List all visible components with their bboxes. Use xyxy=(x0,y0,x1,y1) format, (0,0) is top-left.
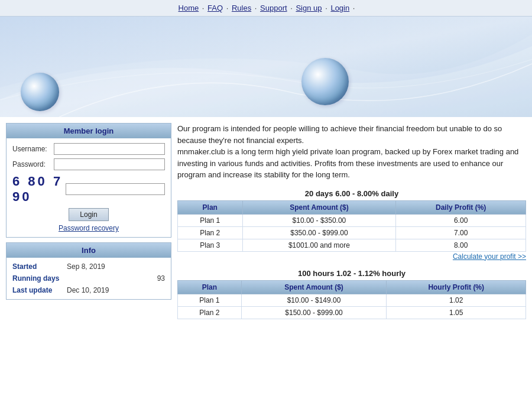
intro-paragraph-2: mnmaker.club is a long term high yield p… xyxy=(177,146,526,181)
top-navigation: Home · FAQ · Rules · Support · Sign up ·… xyxy=(0,0,532,17)
table-row: Plan 3 $1001.00 and more 8.00 xyxy=(178,239,526,251)
password-label: Password: xyxy=(12,160,54,168)
login-button-row: Login xyxy=(12,208,165,221)
calc-link-row: Calculate your profit >> xyxy=(177,252,526,261)
plan1-section: 20 days 6.00 - 8.00% daily Plan Spent Am… xyxy=(177,189,526,261)
nav-faq[interactable]: FAQ xyxy=(207,4,223,12)
plan1-table: Plan Spent Amount ($) Daily Profit (%) P… xyxy=(177,200,526,252)
nav-support[interactable]: Support xyxy=(260,4,287,12)
plan1-col3-header: Daily Profit (%) xyxy=(396,200,526,214)
left-panel: Member login Username: Password: 6 80 7 … xyxy=(6,123,171,300)
calc-profit-link[interactable]: Calculate your profit >> xyxy=(453,252,526,261)
plan-name: Plan 2 xyxy=(178,226,243,239)
running-value: 93 xyxy=(67,273,165,284)
username-row: Username: xyxy=(12,143,165,155)
login-form: Username: Password: 6 80 7 90 Login Pass… xyxy=(7,138,171,237)
captcha-row: 6 80 7 90 xyxy=(12,174,165,205)
plan1-col2-header: Spent Amount ($) xyxy=(242,200,396,214)
plan-amount: $150.00 - $999.00 xyxy=(241,306,387,319)
password-recovery-row: Password recovery xyxy=(12,223,165,232)
login-header: Member login xyxy=(7,124,171,138)
plan-profit: 8.00 xyxy=(396,239,526,251)
info-table: Started Sep 8, 2019 Running days 93 Last… xyxy=(7,258,171,299)
nav-rules[interactable]: Rules xyxy=(232,4,251,12)
info-header: Info xyxy=(7,243,171,258)
plan-amount: $10.00 - $149.00 xyxy=(241,294,387,306)
nav-login[interactable]: Login xyxy=(330,4,349,12)
login-button[interactable]: Login xyxy=(69,208,108,221)
plan1-col1-header: Plan xyxy=(178,200,243,214)
captcha-display: 6 80 7 90 xyxy=(12,174,66,205)
globe-right xyxy=(301,58,349,105)
plan2-title: 100 hours 1.02 - 1.12% hourly xyxy=(177,269,526,278)
lastupdate-value: Dec 10, 2019 xyxy=(67,285,165,296)
running-label: Running days xyxy=(12,273,66,284)
username-input[interactable] xyxy=(54,143,165,155)
globe-left xyxy=(21,73,59,111)
captcha-input[interactable] xyxy=(66,183,165,195)
plan-profit: 6.00 xyxy=(396,214,526,226)
plan2-col2-header: Spent Amount ($) xyxy=(241,280,387,294)
intro-paragraph-1: Our program is intended for people willi… xyxy=(177,123,526,146)
started-label: Started xyxy=(12,261,66,272)
plan-profit: 1.02 xyxy=(387,294,526,306)
nav-home[interactable]: Home xyxy=(179,4,199,12)
lastupdate-label: Last update xyxy=(12,285,66,296)
plan-name: Plan 1 xyxy=(178,214,243,226)
table-row: Plan 1 $10.00 - $149.00 1.02 xyxy=(178,294,526,306)
plan-name: Plan 3 xyxy=(178,239,243,251)
table-row: Plan 2 $150.00 - $999.00 1.05 xyxy=(178,306,526,319)
nav-signup[interactable]: Sign up xyxy=(296,4,322,12)
plan-name: Plan 1 xyxy=(178,294,242,306)
plan-amount: $350.00 - $999.00 xyxy=(242,226,396,239)
info-started-row: Started Sep 8, 2019 xyxy=(12,261,165,272)
plan-amount: $1001.00 and more xyxy=(242,239,396,251)
plan1-header-row: Plan Spent Amount ($) Daily Profit (%) xyxy=(178,200,526,214)
plan2-col3-header: Hourly Profit (%) xyxy=(387,280,526,294)
login-box: Member login Username: Password: 6 80 7 … xyxy=(6,123,171,238)
username-label: Username: xyxy=(12,145,54,153)
banner xyxy=(0,17,532,117)
started-value: Sep 8, 2019 xyxy=(67,261,165,272)
plan-profit: 7.00 xyxy=(396,226,526,239)
plan-amount: $10.00 - $350.00 xyxy=(242,214,396,226)
password-recovery-link[interactable]: Password recovery xyxy=(59,224,119,232)
table-row: Plan 1 $10.00 - $350.00 6.00 xyxy=(178,214,526,226)
plan2-header-row: Plan Spent Amount ($) Hourly Profit (%) xyxy=(178,280,526,294)
plan2-table: Plan Spent Amount ($) Hourly Profit (%) … xyxy=(177,280,526,319)
table-row: Plan 2 $350.00 - $999.00 7.00 xyxy=(178,226,526,239)
plan2-col1-header: Plan xyxy=(178,280,242,294)
info-lastupdate-row: Last update Dec 10, 2019 xyxy=(12,285,165,296)
main-wrapper: Member login Username: Password: 6 80 7 … xyxy=(0,117,532,333)
plan-name: Plan 2 xyxy=(178,306,242,319)
right-content: Our program is intended for people willi… xyxy=(177,123,526,327)
intro-text: Our program is intended for people willi… xyxy=(177,123,526,181)
password-input[interactable] xyxy=(54,158,165,170)
info-box: Info Started Sep 8, 2019 Running days 93… xyxy=(6,242,171,300)
password-row: Password: xyxy=(12,158,165,170)
plan-profit: 1.05 xyxy=(387,306,526,319)
info-running-row: Running days 93 xyxy=(12,273,165,284)
plan2-section: 100 hours 1.02 - 1.12% hourly Plan Spent… xyxy=(177,269,526,319)
plan1-title: 20 days 6.00 - 8.00% daily xyxy=(177,189,526,198)
